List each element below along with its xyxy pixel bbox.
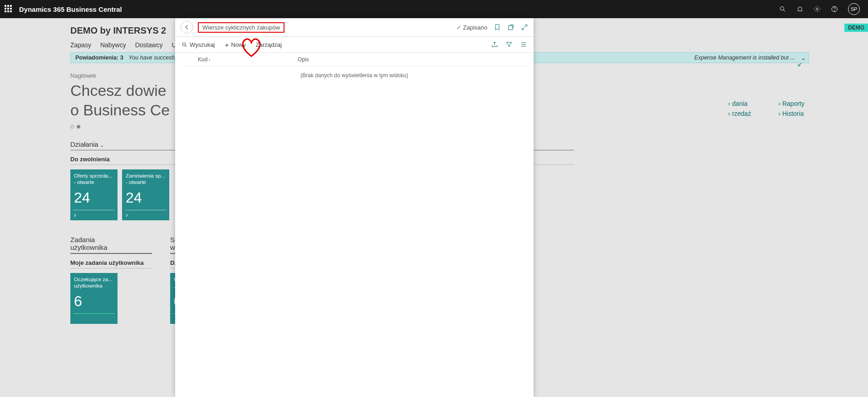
side-link[interactable]: dania (728, 100, 751, 107)
svg-line-1 (784, 10, 785, 11)
side-link[interactable]: Raporty (778, 100, 804, 107)
svg-point-6 (182, 43, 186, 46)
share-icon[interactable] (491, 41, 498, 48)
notif-count: Powiadomienia: 3 (75, 55, 123, 61)
empty-state: (Brak danych do wyświetlenia w tym widok… (181, 66, 527, 84)
app-launcher-icon[interactable] (5, 5, 13, 13)
modal-title: Wiersze cyklicznych zakupów (198, 22, 284, 33)
modal-toolbar: Wyszukaj + Nowy Zarządzaj (175, 36, 534, 53)
back-button[interactable] (181, 21, 193, 34)
menu-item[interactable]: Dostawcy (135, 41, 163, 49)
expand-icon[interactable] (521, 24, 528, 31)
search-icon[interactable] (779, 5, 786, 13)
tile-value: 6 (74, 293, 114, 310)
help-icon[interactable] (831, 5, 838, 13)
side-link[interactable]: rzedaż (728, 110, 751, 117)
heart-annotation (240, 36, 263, 58)
gear-icon[interactable] (814, 5, 821, 13)
chevron-down-icon[interactable]: ⌄ (801, 55, 806, 61)
bell-icon[interactable] (796, 5, 804, 13)
column-desc[interactable]: Opis (298, 56, 309, 63)
svg-point-0 (780, 7, 784, 10)
side-link[interactable]: Historia (778, 110, 804, 117)
table-header: Kod↑ Opis (175, 53, 534, 66)
user-avatar[interactable]: SP (848, 3, 860, 15)
app-title: Dynamics 365 Business Central (19, 5, 122, 13)
company-name: DEMO by INTERSYS 2 (70, 25, 166, 36)
menu-item[interactable]: Nabywcy (100, 41, 126, 49)
filter-icon[interactable] (505, 41, 513, 48)
pager-dot[interactable] (77, 125, 80, 129)
saved-indicator: Zapisano (456, 24, 487, 31)
cue-tile[interactable]: Oferty sprzeda...- otwarte 24 › (70, 169, 118, 220)
side-links: dania rzedaż Raporty Historia (728, 100, 804, 120)
bookmark-icon[interactable] (494, 24, 501, 31)
chevron-right-icon[interactable]: › (74, 211, 76, 218)
notif-right-text: Expense Management is installed but ... (694, 55, 795, 61)
cue-tile[interactable]: Zamówienia sp...- otwarte 24 › (122, 169, 169, 220)
svg-point-2 (816, 8, 818, 10)
pager-dot[interactable] (70, 125, 74, 129)
svg-rect-5 (509, 26, 513, 30)
svg-line-7 (185, 45, 186, 47)
actions-title[interactable]: Działania (70, 140, 98, 148)
popout-icon[interactable] (507, 24, 515, 31)
list-view-icon[interactable] (520, 41, 527, 48)
tile-value: 24 (74, 189, 114, 206)
app-topbar: Dynamics 365 Business Central SP (0, 0, 868, 18)
chevron-right-icon[interactable]: › (126, 211, 128, 218)
tasks-sub: Moje zadania użytkownika (70, 259, 152, 266)
tasks-title: Zadania użytkownika (70, 236, 152, 254)
cue-tile[interactable]: Oczekujące za...użytkownika 6 (70, 273, 118, 324)
menu-item[interactable]: Zapasy (70, 41, 91, 49)
tile-value: 24 (126, 189, 166, 206)
search-button[interactable]: Wyszukaj (181, 41, 215, 48)
modal-panel: Wiersze cyklicznych zakupów Zapisano Wys… (175, 18, 534, 397)
svg-point-4 (834, 11, 835, 11)
